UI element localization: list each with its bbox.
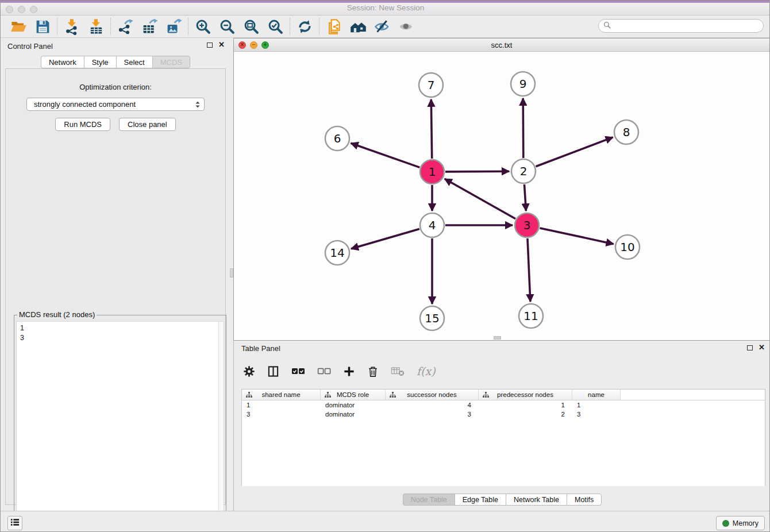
tab-style[interactable]: Style	[84, 56, 116, 68]
add-column-icon[interactable]	[343, 365, 355, 377]
zoom-out-icon[interactable]	[215, 17, 239, 36]
search-icon	[603, 21, 611, 31]
splitter-handle[interactable]	[230, 268, 233, 277]
cell-predecessor-nodes[interactable]: 2	[479, 410, 572, 419]
toolbar-separator	[110, 18, 111, 35]
memory-status-icon	[722, 520, 729, 527]
optimization-criterion-label: Optimization criterion:	[6, 83, 225, 91]
function-builder-icon[interactable]: f(x)	[417, 365, 436, 377]
delete-column-icon[interactable]	[367, 365, 379, 377]
table-row[interactable]: 3 dominator 3 2 3	[242, 410, 765, 419]
edge-3-1[interactable]	[445, 179, 515, 218]
column-header-name[interactable]: name	[572, 390, 621, 400]
deselect-all-icon[interactable]	[317, 367, 331, 376]
cell-mcds-role[interactable]: dominator	[321, 410, 386, 419]
select-all-icon[interactable]	[291, 367, 305, 376]
edge-1-6[interactable]	[351, 143, 420, 167]
export-image-icon[interactable]	[161, 17, 186, 36]
home-icon[interactable]	[346, 17, 370, 36]
network-graph[interactable]: 7968124314101511	[234, 52, 769, 340]
save-session-icon[interactable]	[30, 17, 55, 36]
cell-name[interactable]: 3	[572, 410, 621, 419]
task-history-button[interactable]	[7, 516, 22, 530]
column-header-successor-nodes[interactable]: successor nodes	[386, 390, 479, 400]
window-accent-strip	[1, 1, 770, 3]
import-network-icon[interactable]	[60, 17, 84, 36]
float-panel-icon[interactable]	[207, 43, 213, 48]
edge-3-10[interactable]	[540, 228, 614, 244]
cell-shared-name[interactable]: 1	[242, 400, 321, 410]
mcds-result-line: 3	[20, 333, 220, 343]
zoom-in-icon[interactable]	[191, 17, 215, 36]
main-toolbar	[1, 16, 770, 38]
export-network-icon[interactable]	[113, 17, 137, 36]
edge-4-14[interactable]	[351, 229, 419, 249]
column-header-mcds-role[interactable]: MCDS role	[321, 390, 386, 400]
edge-1-2[interactable]	[445, 171, 509, 172]
cell-predecessor-nodes[interactable]: 1	[479, 400, 572, 410]
tab-node-table[interactable]: Node Table	[403, 494, 455, 506]
search-input[interactable]	[614, 21, 759, 30]
delete-table-icon[interactable]	[391, 366, 405, 376]
close-panel-icon[interactable]: ✕	[759, 345, 765, 350]
zoom-selected-icon[interactable]	[263, 17, 287, 36]
node-15[interactable]: 15	[420, 306, 444, 330]
close-panel-icon[interactable]: ✕	[218, 42, 225, 48]
table-row[interactable]: 1 dominator 4 1 1	[242, 400, 765, 410]
column-chooser-icon[interactable]	[267, 365, 279, 377]
node-1[interactable]: 1	[420, 160, 444, 184]
export-table-icon[interactable]	[137, 17, 161, 36]
network-view-window: × − + scc.txt 7968124314101511	[233, 38, 770, 341]
result-scrollbar[interactable]	[218, 322, 224, 532]
attribute-type-icon	[325, 392, 331, 399]
edge-1-7[interactable]	[431, 99, 432, 159]
tab-network-table[interactable]: Network Table	[506, 494, 567, 506]
cell-name[interactable]: 1	[572, 400, 621, 410]
node-4[interactable]: 4	[420, 213, 444, 237]
cell-mcds-role[interactable]: dominator	[321, 400, 386, 410]
eye-slash-icon[interactable]	[370, 17, 394, 36]
zoom-fit-icon[interactable]	[239, 17, 263, 36]
edge-2-3[interactable]	[525, 184, 526, 211]
tab-mcds[interactable]: MCDS	[152, 56, 190, 68]
float-panel-icon[interactable]	[747, 345, 753, 350]
mcds-result-text[interactable]: 1 3	[16, 321, 224, 532]
refresh-icon[interactable]	[292, 17, 317, 36]
column-header-shared-name[interactable]: shared name	[242, 390, 321, 400]
memory-button[interactable]: Memory	[716, 516, 765, 530]
node-10[interactable]: 10	[615, 235, 640, 259]
svg-text:15: 15	[425, 311, 439, 325]
criterion-dropdown[interactable]: strongly connected component	[26, 98, 205, 111]
network-window-titlebar[interactable]: × − + scc.txt	[234, 38, 769, 52]
tab-network[interactable]: Network	[41, 56, 84, 68]
edge-2-9[interactable]	[523, 98, 523, 158]
import-table-icon[interactable]	[84, 17, 108, 36]
open-session-icon[interactable]	[6, 17, 30, 36]
tab-select[interactable]: Select	[116, 56, 152, 68]
cell-successor-nodes[interactable]: 4	[386, 400, 479, 410]
node-3[interactable]: 3	[515, 213, 539, 237]
run-mcds-button[interactable]: Run MCDS	[55, 118, 110, 131]
edge-2-8[interactable]	[536, 137, 613, 167]
settings-gear-icon[interactable]	[243, 365, 255, 377]
mcds-result-group: MCDS result (2 nodes) 1 3	[14, 315, 226, 532]
cell-shared-name[interactable]: 3	[242, 410, 321, 419]
network-canvas[interactable]: 7968124314101511	[234, 52, 769, 340]
node-2[interactable]: 2	[511, 159, 536, 183]
tab-motifs[interactable]: Motifs	[567, 494, 602, 506]
node-8[interactable]: 8	[614, 120, 638, 144]
search-field[interactable]	[598, 19, 764, 33]
share-documents-icon[interactable]	[322, 17, 346, 36]
column-header-predecessor-nodes[interactable]: predecessor nodes	[479, 390, 572, 400]
cell-successor-nodes[interactable]: 3	[386, 410, 479, 419]
edge-3-11[interactable]	[528, 238, 530, 302]
eye-icon[interactable]	[394, 17, 418, 36]
tab-edge-table[interactable]: Edge Table	[455, 494, 506, 506]
node-6[interactable]: 6	[325, 126, 349, 151]
node-7[interactable]: 7	[419, 73, 443, 97]
close-panel-button[interactable]: Close panel	[119, 118, 176, 131]
node-14[interactable]: 14	[325, 241, 349, 265]
node-9[interactable]: 9	[511, 72, 535, 96]
node-11[interactable]: 11	[519, 304, 543, 328]
splitter-handle[interactable]	[494, 336, 501, 340]
